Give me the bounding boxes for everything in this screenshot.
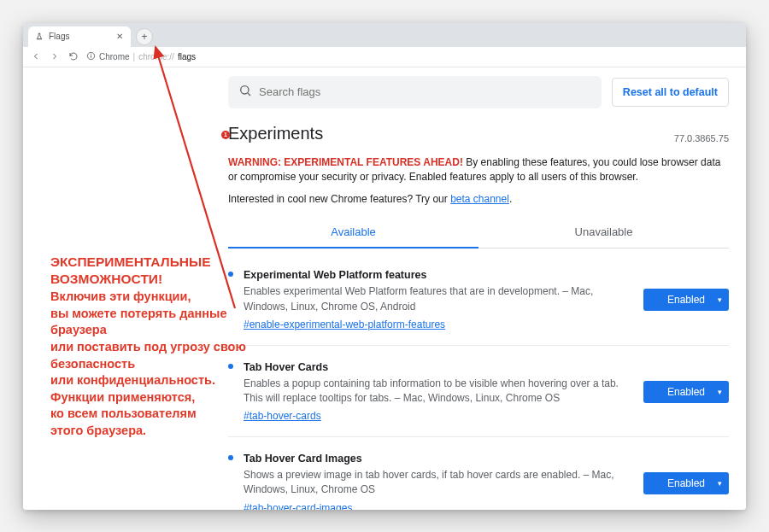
site-info-icon[interactable] [86,51,96,62]
svg-rect-2 [91,53,91,54]
flags-list: Experimental Web Platform features Enabl… [228,254,729,509]
url-prefix: chrome:// [138,52,174,61]
page-title: Experiments [228,124,323,143]
reset-all-button[interactable]: Reset all to default [612,78,729,107]
tab-title: Flags [49,32,110,41]
flag-hash-link[interactable]: #tab-hover-cards [244,409,321,424]
browser-window: Flags ✕ + Chrome | chrome://flags [23,23,746,510]
search-flags-field[interactable] [228,76,602,108]
search-icon [238,84,252,101]
flag-description: Enables a popup containing tab informati… [244,377,633,406]
flag-hash-link[interactable]: #tab-hover-card-images [244,501,352,510]
flag-bullet-icon [228,272,233,277]
page-content: Reset all to default Experiments 77.0.38… [23,67,746,510]
url-path: flags [178,52,196,61]
version-label: 77.0.3865.75 [674,133,729,143]
tab-available[interactable]: Available [228,217,478,248]
svg-point-3 [241,85,249,93]
svg-rect-1 [91,55,91,57]
new-tab-button[interactable]: + [136,28,153,45]
reload-button[interactable] [68,50,79,62]
browser-toolbar: Chrome | chrome://flags [23,47,746,67]
flag-row: Tab Hover Card Images Shows a preview im… [228,437,729,510]
warning-text: WARNING: EXPERIMENTAL FEATURES AHEAD! By… [228,155,729,185]
flask-icon [35,32,44,41]
warning-label: WARNING: EXPERIMENTAL FEATURES AHEAD! [228,156,463,168]
flag-bullet-icon [228,364,233,369]
flag-state-select[interactable]: Enabled [643,472,729,494]
flag-title: Experimental Web Platform features [244,267,633,283]
flag-description: Enables experimental Web Platform featur… [244,284,633,314]
flag-title: Tab Hover Card Images [244,451,633,466]
beta-pre: Interested in cool new Chrome features? … [228,193,450,205]
close-tab-icon[interactable]: ✕ [115,32,124,41]
flag-description: Shows a preview image in tab hover cards… [244,468,633,498]
flag-state-select[interactable]: Enabled [643,289,729,311]
beta-line: Interested in cool new Chrome features? … [228,193,729,205]
beta-channel-link[interactable]: beta channel [450,193,509,205]
address-divider: | [133,52,136,61]
address-bar[interactable]: Chrome | chrome://flags [86,51,739,62]
flag-bullet-icon [228,455,233,460]
flag-hash-link[interactable]: #enable-experimental-web-platform-featur… [244,318,445,332]
search-input[interactable] [259,85,591,98]
beta-post: . [509,193,512,205]
forward-button[interactable] [49,50,61,62]
flag-title: Tab Hover Cards [244,360,633,375]
back-button[interactable] [30,50,42,62]
browser-tab[interactable]: Flags ✕ [28,26,131,47]
address-chip: Chrome [99,52,130,61]
tab-unavailable[interactable]: Unavailable [478,217,729,248]
flag-row: Experimental Web Platform features Enabl… [228,254,729,345]
flag-state-select[interactable]: Enabled [643,381,729,403]
flags-tabs: Available Unavailable [228,217,729,248]
flag-row: Tab Hover Cards Enables a popup containi… [228,346,729,437]
tab-strip: Flags ✕ + [23,23,746,47]
